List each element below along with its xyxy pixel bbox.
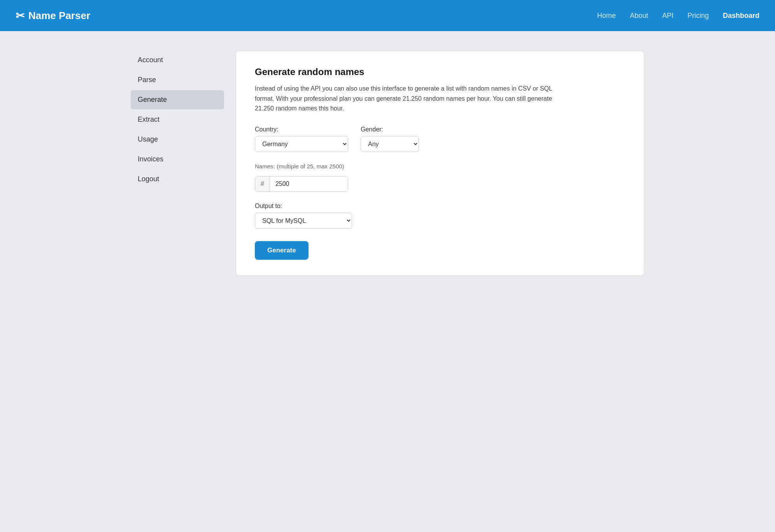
output-group: Output to: SQL for MySQL SQL for Postgre… xyxy=(255,203,625,229)
nav-dashboard[interactable]: Dashboard xyxy=(723,12,759,20)
nav-api[interactable]: API xyxy=(662,12,673,20)
logo-text: Name Parser xyxy=(28,10,90,22)
main-nav: Home About API Pricing Dashboard xyxy=(597,12,759,20)
names-input[interactable] xyxy=(270,177,348,191)
nav-pricing[interactable]: Pricing xyxy=(687,12,709,20)
sidebar-item-account[interactable]: Account xyxy=(131,51,224,70)
sidebar-item-generate[interactable]: Generate xyxy=(131,90,224,109)
country-label: Country: xyxy=(255,126,348,133)
output-label: Output to: xyxy=(255,203,625,210)
names-prefix: # xyxy=(255,177,270,191)
sidebar: Account Parse Generate Extract Usage Inv… xyxy=(131,51,224,276)
country-gender-row: Country: Germany United States France Sp… xyxy=(255,126,625,152)
sidebar-item-extract[interactable]: Extract xyxy=(131,110,224,129)
generate-button[interactable]: Generate xyxy=(255,241,309,260)
nav-home[interactable]: Home xyxy=(597,12,616,20)
main-panel: Generate random names Instead of using t… xyxy=(236,51,644,276)
names-input-group: # xyxy=(255,176,348,192)
gender-group: Gender: Any Male Female xyxy=(361,126,419,152)
gender-label: Gender: xyxy=(361,126,419,133)
site-header: ✂ Name Parser Home About API Pricing Das… xyxy=(0,0,775,31)
country-group: Country: Germany United States France Sp… xyxy=(255,126,348,152)
sidebar-item-logout[interactable]: Logout xyxy=(131,170,224,189)
sidebar-item-parse[interactable]: Parse xyxy=(131,70,224,89)
logo[interactable]: ✂ Name Parser xyxy=(16,9,90,22)
page-title: Generate random names xyxy=(255,66,625,77)
names-label: Names: (multiple of 25, max 2500) xyxy=(255,163,625,170)
page-layout: Account Parse Generate Extract Usage Inv… xyxy=(115,31,660,295)
sidebar-item-invoices[interactable]: Invoices xyxy=(131,150,224,169)
gender-select[interactable]: Any Male Female xyxy=(361,136,419,152)
sidebar-item-usage[interactable]: Usage xyxy=(131,130,224,149)
names-hint: (multiple of 25, max 2500) xyxy=(277,163,344,170)
output-select[interactable]: SQL for MySQL SQL for PostgreSQL CSV JSO… xyxy=(255,213,352,229)
names-group: Names: (multiple of 25, max 2500) # xyxy=(255,163,625,192)
nav-about[interactable]: About xyxy=(630,12,648,20)
logo-icon: ✂ xyxy=(16,9,25,22)
country-select[interactable]: Germany United States France Spain Italy… xyxy=(255,136,348,152)
page-description: Instead of using the API you can also us… xyxy=(255,84,558,114)
